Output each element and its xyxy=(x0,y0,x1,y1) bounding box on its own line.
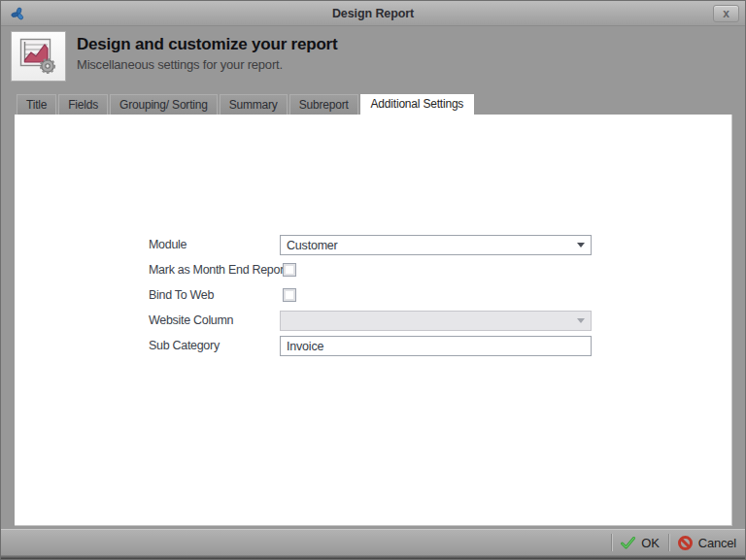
tab-content-additional-settings: Module Customer Mark as Month End Report… xyxy=(15,115,732,526)
close-button[interactable]: x xyxy=(713,5,739,22)
tab-subreport[interactable]: Subreport xyxy=(289,94,358,115)
bind-to-web-checkbox[interactable] xyxy=(283,288,296,302)
ok-button[interactable]: OK xyxy=(621,536,659,550)
form-row-sub-category: Sub Category xyxy=(149,336,595,356)
month-end-label: Mark as Month End Report xyxy=(149,260,287,280)
window-title: Design Report xyxy=(1,1,745,26)
module-dropdown[interactable]: Customer xyxy=(280,235,592,255)
website-column-label: Website Column xyxy=(149,311,233,331)
tab-fields[interactable]: Fields xyxy=(58,94,108,115)
cancel-label: Cancel xyxy=(698,536,736,550)
month-end-checkbox[interactable] xyxy=(283,263,296,277)
footer-bar: OK Cancel xyxy=(1,529,745,555)
separator xyxy=(668,534,669,551)
red-prohibition-icon xyxy=(678,536,693,550)
sub-category-label: Sub Category xyxy=(149,336,220,356)
report-icon-box xyxy=(11,31,66,82)
tab-summary[interactable]: Summary xyxy=(220,94,288,115)
titlebar: Design Report x xyxy=(1,1,745,26)
header-subtitle: Miscellaneous settings for your report. xyxy=(77,57,283,72)
tab-grouping-sorting[interactable]: Grouping/ Sorting xyxy=(110,94,218,115)
form-row-website-column: Website Column xyxy=(149,311,595,331)
tabstrip: Title Fields Grouping/ Sorting Summary S… xyxy=(17,94,476,115)
tab-title[interactable]: Title xyxy=(17,94,56,115)
bind-to-web-label: Bind To Web xyxy=(149,285,214,306)
report-chart-gear-icon xyxy=(19,38,58,75)
form-row-bind-to-web: Bind To Web xyxy=(149,285,595,306)
sub-category-input[interactable] xyxy=(280,336,592,356)
separator xyxy=(611,534,612,551)
form-row-module: Module Customer xyxy=(149,235,595,255)
dialog-header: Design and customize your report Miscell… xyxy=(1,27,745,89)
module-label: Module xyxy=(149,235,186,255)
website-column-dropdown xyxy=(280,311,592,331)
tab-additional-settings[interactable]: Additional Settings xyxy=(360,94,475,115)
header-title: Design and customize your report xyxy=(77,35,337,54)
window-bottom-edge xyxy=(1,555,745,559)
green-check-icon xyxy=(621,537,635,549)
ok-label: OK xyxy=(641,536,659,550)
chevron-down-icon xyxy=(577,318,585,323)
close-icon: x xyxy=(723,7,729,20)
form-row-month-end: Mark as Month End Report xyxy=(149,260,595,280)
module-value: Customer xyxy=(287,239,338,252)
design-report-dialog: Design Report x Design and custo xyxy=(0,0,746,560)
cancel-button[interactable]: Cancel xyxy=(678,536,736,550)
chevron-down-icon xyxy=(577,243,585,247)
